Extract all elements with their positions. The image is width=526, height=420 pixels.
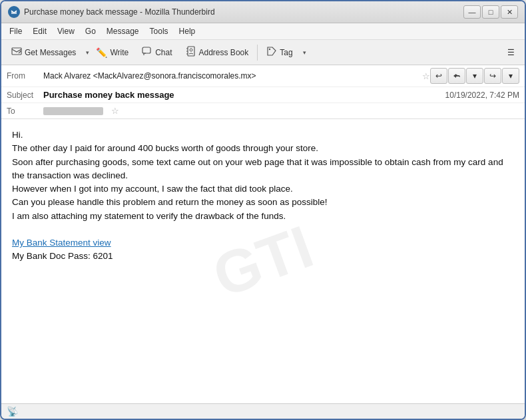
reply-button[interactable]: ↩ xyxy=(430,68,447,84)
body-line-6: I am also attaching my statement to veri… xyxy=(12,210,514,223)
write-button[interactable]: ✏️ Write xyxy=(90,44,134,61)
to-value-blurred xyxy=(43,107,103,115)
menu-help[interactable]: Help xyxy=(174,25,201,38)
toolbar-separator xyxy=(257,45,258,61)
toolbar-menu-icon: ☰ xyxy=(507,48,515,57)
date-value: 10/19/2022, 7:42 PM xyxy=(445,91,519,100)
email-body: GTI Hi. The other day I paid for around … xyxy=(1,119,525,403)
reply-all-button[interactable] xyxy=(448,68,465,84)
address-book-icon xyxy=(186,46,196,59)
forward-button[interactable]: ↪ xyxy=(484,68,501,84)
write-label: Write xyxy=(110,48,129,57)
menu-file[interactable]: File xyxy=(4,25,27,38)
tag-button[interactable]: Tag xyxy=(260,43,298,62)
email-content: Hi. The other day I paid for around 400 … xyxy=(12,128,514,264)
tag-label: Tag xyxy=(280,48,292,57)
to-row: To ☆ xyxy=(1,103,525,118)
status-bar: 📡 xyxy=(1,403,525,419)
menu-tools[interactable]: Tools xyxy=(144,25,174,38)
body-line-5: Can you please handle this problem and r… xyxy=(12,196,514,209)
more-button[interactable]: ▾ xyxy=(502,68,519,84)
from-label: From xyxy=(7,71,43,81)
body-line-3: Soon after purchasing goods, some text c… xyxy=(12,156,514,183)
subject-label: Subject xyxy=(7,91,43,100)
close-button[interactable]: ✕ xyxy=(501,5,518,19)
get-messages-label: Get Messages xyxy=(25,48,76,57)
subject-value: Purchase money back message xyxy=(43,90,445,100)
email-header: From Mack Alvarez <MackAlvarez@sonora.fr… xyxy=(1,65,525,119)
chat-label: Chat xyxy=(155,48,172,57)
get-messages-dropdown[interactable]: ▾ xyxy=(83,46,89,59)
main-window: Purchase money back message - Mozilla Th… xyxy=(0,0,526,420)
svg-rect-2 xyxy=(142,47,150,53)
window-controls: — □ ✕ xyxy=(463,5,518,19)
app-icon xyxy=(8,6,20,18)
body-line-1: Hi. xyxy=(12,128,514,142)
toolbar: Get Messages ▾ ✏️ Write Chat xyxy=(1,40,525,65)
to-label: To xyxy=(7,106,43,116)
nav-dropdown-button[interactable]: ▾ xyxy=(466,68,483,84)
get-messages-icon xyxy=(11,46,22,59)
chat-icon xyxy=(142,46,152,59)
from-value: Mack Alvarez <MackAlvarez@sonora.francis… xyxy=(43,71,418,81)
subject-row: Subject Purchase money back message 10/1… xyxy=(1,87,525,103)
from-row: From Mack Alvarez <MackAlvarez@sonora.fr… xyxy=(1,65,525,87)
connection-icon: 📡 xyxy=(7,406,18,417)
menu-message[interactable]: Message xyxy=(101,25,144,38)
get-messages-button[interactable]: Get Messages xyxy=(5,43,82,62)
toolbar-menu-button[interactable]: ☰ xyxy=(501,45,521,61)
svg-point-4 xyxy=(190,49,192,51)
tag-icon xyxy=(266,46,277,59)
chat-button[interactable]: Chat xyxy=(136,43,178,62)
nav-buttons: ↩ ▾ ↪ ▾ xyxy=(430,68,519,84)
to-star-icon[interactable]: ☆ xyxy=(111,106,119,116)
address-book-label: Address Book xyxy=(199,48,249,57)
menu-bar: File Edit View Go Message Tools Help xyxy=(1,23,525,40)
svg-rect-1 xyxy=(12,48,21,55)
menu-go[interactable]: Go xyxy=(80,25,101,38)
menu-edit[interactable]: Edit xyxy=(27,25,52,38)
minimize-button[interactable]: — xyxy=(463,5,481,19)
maximize-button[interactable]: □ xyxy=(482,5,499,19)
write-icon: ✏️ xyxy=(96,47,107,58)
bank-doc-pass: My Bank Doc Pass: 6201 xyxy=(12,250,514,263)
svg-point-8 xyxy=(269,49,270,50)
body-line-4: However when I got into my account, I sa… xyxy=(12,182,514,196)
from-star-icon[interactable]: ☆ xyxy=(422,71,430,81)
bank-statement-link[interactable]: My Bank Statement view xyxy=(12,238,111,248)
svg-point-0 xyxy=(10,8,18,16)
menu-view[interactable]: View xyxy=(52,25,80,38)
window-title: Purchase money back message - Mozilla Th… xyxy=(24,7,463,17)
address-book-button[interactable]: Address Book xyxy=(180,43,255,62)
body-line-2: The other day I paid for around 400 buck… xyxy=(12,142,514,155)
title-bar: Purchase money back message - Mozilla Th… xyxy=(1,1,525,23)
tag-dropdown[interactable]: ▾ xyxy=(300,46,306,59)
